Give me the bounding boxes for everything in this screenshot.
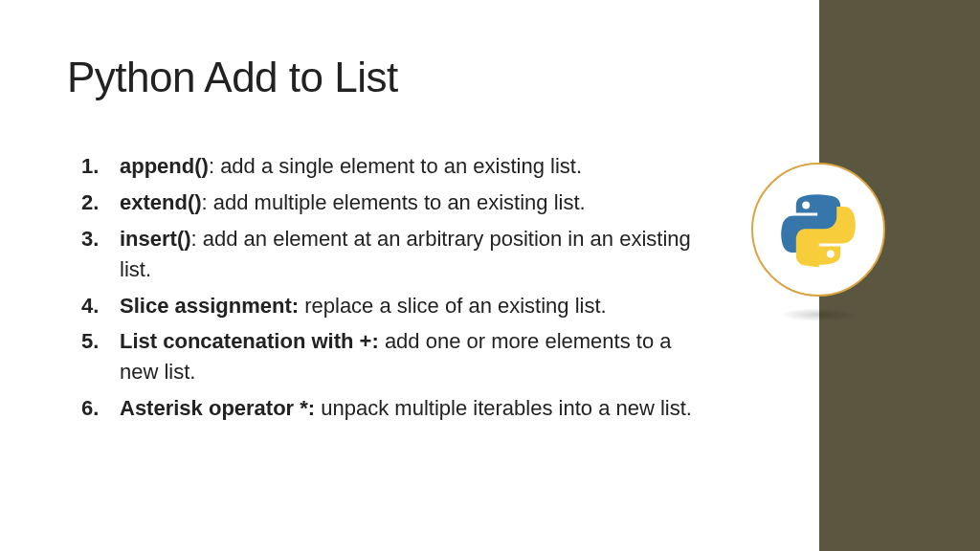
list-item: extend(): add multiple elements to an ex… (81, 187, 708, 218)
list-term: insert() (120, 227, 191, 251)
list-sep: : (191, 227, 203, 251)
list-item: Asterisk operator *: unpack multiple ite… (81, 393, 708, 424)
list-term: extend() (120, 190, 202, 214)
content-area: append(): add a single element to an exi… (81, 151, 708, 430)
methods-list: append(): add a single element to an exi… (81, 151, 708, 424)
list-item: append(): add a single element to an exi… (81, 151, 708, 182)
list-term: List concatenation with +: (120, 329, 379, 353)
list-desc: replace a slice of an existing list. (304, 294, 607, 318)
list-desc: add an element at an arbitrary position … (120, 227, 691, 281)
list-desc: unpack multiple iterables into a new lis… (321, 396, 692, 420)
python-logo-icon (780, 191, 857, 268)
slide-title: Python Add to List (67, 54, 398, 101)
list-desc: add multiple elements to an existing lis… (213, 190, 586, 214)
list-item: Slice assignment: replace a slice of an … (81, 291, 708, 321)
list-sep: : (209, 154, 220, 178)
slide: Python Add to List append(): add a singl… (0, 0, 980, 551)
list-term: append() (120, 154, 209, 178)
list-term: Slice assignment: (120, 294, 299, 318)
list-item: insert(): add an element at an arbitrary… (81, 224, 708, 285)
logo-badge (751, 163, 885, 297)
list-term: Asterisk operator *: (120, 396, 315, 420)
logo-shadow (780, 308, 857, 321)
list-item: List concatenation with +: add one or mo… (81, 326, 708, 387)
list-desc: add a single element to an existing list… (220, 154, 582, 178)
list-sep: : (202, 190, 213, 214)
